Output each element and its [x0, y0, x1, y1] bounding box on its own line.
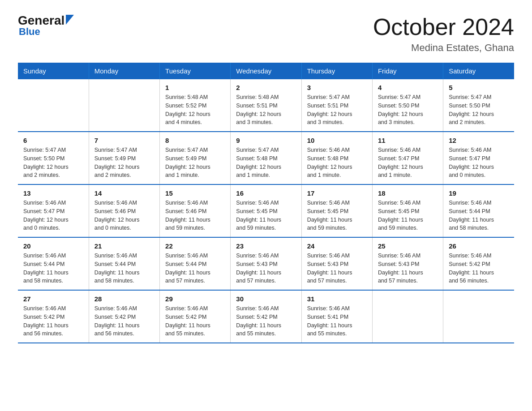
calendar-cell: 31Sunrise: 5:46 AMSunset: 5:41 PMDayligh… — [301, 290, 372, 343]
day-number: 1 — [165, 84, 225, 91]
calendar-header: Sunday Monday Tuesday Wednesday Thursday… — [18, 63, 514, 79]
title-section: October 2024 Medina Estates, Ghana — [373, 13, 514, 54]
calendar-cell: 8Sunrise: 5:47 AMSunset: 5:49 PMDaylight… — [160, 132, 231, 184]
calendar-cell: 13Sunrise: 5:46 AMSunset: 5:47 PMDayligh… — [18, 184, 89, 237]
day-number: 8 — [165, 137, 225, 144]
col-monday: Monday — [89, 63, 159, 79]
day-number: 31 — [307, 295, 367, 303]
calendar-cell: 25Sunrise: 5:46 AMSunset: 5:43 PMDayligh… — [372, 237, 443, 290]
calendar-cell: 5Sunrise: 5:47 AMSunset: 5:50 PMDaylight… — [443, 79, 514, 132]
day-number: 7 — [94, 137, 154, 144]
logo: General Blue — [18, 13, 74, 38]
calendar-cell: 9Sunrise: 5:47 AMSunset: 5:48 PMDaylight… — [231, 132, 301, 184]
day-info: Sunrise: 5:46 AMSunset: 5:43 PMDaylight:… — [378, 252, 438, 285]
day-number: 4 — [378, 84, 438, 91]
calendar-cell — [372, 290, 443, 343]
day-info: Sunrise: 5:47 AMSunset: 5:49 PMDaylight:… — [165, 146, 225, 180]
day-number: 13 — [23, 189, 83, 197]
calendar-cell: 14Sunrise: 5:46 AMSunset: 5:46 PMDayligh… — [89, 184, 159, 237]
day-info: Sunrise: 5:46 AMSunset: 5:46 PMDaylight:… — [94, 199, 154, 232]
day-number: 3 — [307, 84, 367, 91]
day-number: 11 — [378, 137, 438, 144]
calendar-week-3: 13Sunrise: 5:46 AMSunset: 5:47 PMDayligh… — [18, 184, 514, 237]
calendar-cell: 12Sunrise: 5:46 AMSunset: 5:47 PMDayligh… — [443, 132, 514, 184]
day-number: 16 — [236, 189, 296, 197]
day-info: Sunrise: 5:46 AMSunset: 5:45 PMDaylight:… — [378, 199, 438, 232]
calendar-cell: 30Sunrise: 5:46 AMSunset: 5:42 PMDayligh… — [231, 290, 301, 343]
day-number: 2 — [236, 84, 296, 91]
day-number: 14 — [94, 189, 154, 197]
header-row: Sunday Monday Tuesday Wednesday Thursday… — [18, 63, 514, 79]
day-info: Sunrise: 5:47 AMSunset: 5:50 PMDaylight:… — [449, 93, 509, 127]
calendar-cell: 4Sunrise: 5:47 AMSunset: 5:50 PMDaylight… — [372, 79, 443, 132]
day-info: Sunrise: 5:48 AMSunset: 5:52 PMDaylight:… — [165, 93, 225, 127]
col-thursday: Thursday — [301, 63, 372, 79]
calendar-cell: 10Sunrise: 5:46 AMSunset: 5:48 PMDayligh… — [301, 132, 372, 184]
page-subtitle: Medina Estates, Ghana — [373, 42, 514, 54]
day-number: 10 — [307, 137, 367, 144]
col-sunday: Sunday — [18, 63, 89, 79]
day-info: Sunrise: 5:47 AMSunset: 5:50 PMDaylight:… — [378, 93, 438, 127]
day-info: Sunrise: 5:46 AMSunset: 5:48 PMDaylight:… — [307, 146, 367, 180]
col-wednesday: Wednesday — [231, 63, 301, 79]
page-title: October 2024 — [373, 13, 514, 40]
day-info: Sunrise: 5:46 AMSunset: 5:45 PMDaylight:… — [307, 199, 367, 232]
calendar-cell: 3Sunrise: 5:47 AMSunset: 5:51 PMDaylight… — [301, 79, 372, 132]
day-number: 5 — [449, 84, 509, 91]
calendar-cell: 29Sunrise: 5:46 AMSunset: 5:42 PMDayligh… — [160, 290, 231, 343]
calendar-cell: 21Sunrise: 5:46 AMSunset: 5:44 PMDayligh… — [89, 237, 159, 290]
calendar-cell: 26Sunrise: 5:46 AMSunset: 5:42 PMDayligh… — [443, 237, 514, 290]
calendar-week-5: 27Sunrise: 5:46 AMSunset: 5:42 PMDayligh… — [18, 290, 514, 343]
calendar-body: 1Sunrise: 5:48 AMSunset: 5:52 PMDaylight… — [18, 79, 514, 343]
day-info: Sunrise: 5:46 AMSunset: 5:44 PMDaylight:… — [23, 252, 83, 285]
calendar-cell: 28Sunrise: 5:46 AMSunset: 5:42 PMDayligh… — [89, 290, 159, 343]
day-info: Sunrise: 5:46 AMSunset: 5:43 PMDaylight:… — [236, 252, 296, 285]
calendar-cell: 27Sunrise: 5:46 AMSunset: 5:42 PMDayligh… — [18, 290, 89, 343]
logo-arrow-icon — [66, 15, 74, 25]
calendar-week-4: 20Sunrise: 5:46 AMSunset: 5:44 PMDayligh… — [18, 237, 514, 290]
day-info: Sunrise: 5:46 AMSunset: 5:41 PMDaylight:… — [307, 304, 367, 338]
day-number: 15 — [165, 189, 225, 197]
calendar-cell: 2Sunrise: 5:48 AMSunset: 5:51 PMDaylight… — [231, 79, 301, 132]
day-number: 26 — [449, 242, 509, 250]
col-tuesday: Tuesday — [160, 63, 231, 79]
day-number: 9 — [236, 137, 296, 144]
day-info: Sunrise: 5:47 AMSunset: 5:49 PMDaylight:… — [94, 146, 154, 180]
calendar-cell: 19Sunrise: 5:46 AMSunset: 5:44 PMDayligh… — [443, 184, 514, 237]
calendar-cell: 7Sunrise: 5:47 AMSunset: 5:49 PMDaylight… — [89, 132, 159, 184]
day-info: Sunrise: 5:46 AMSunset: 5:43 PMDaylight:… — [307, 252, 367, 285]
day-number: 17 — [307, 189, 367, 197]
day-info: Sunrise: 5:46 AMSunset: 5:44 PMDaylight:… — [165, 252, 225, 285]
day-info: Sunrise: 5:46 AMSunset: 5:44 PMDaylight:… — [94, 252, 154, 285]
day-number: 22 — [165, 242, 225, 250]
day-info: Sunrise: 5:46 AMSunset: 5:42 PMDaylight:… — [23, 304, 83, 338]
calendar-cell: 24Sunrise: 5:46 AMSunset: 5:43 PMDayligh… — [301, 237, 372, 290]
day-info: Sunrise: 5:47 AMSunset: 5:48 PMDaylight:… — [236, 146, 296, 180]
svg-marker-0 — [66, 15, 74, 25]
calendar-cell: 16Sunrise: 5:46 AMSunset: 5:45 PMDayligh… — [231, 184, 301, 237]
day-info: Sunrise: 5:46 AMSunset: 5:42 PMDaylight:… — [449, 252, 509, 285]
calendar-cell — [18, 79, 89, 132]
day-number: 19 — [449, 189, 509, 197]
day-number: 29 — [165, 295, 225, 303]
day-number: 28 — [94, 295, 154, 303]
calendar-cell: 17Sunrise: 5:46 AMSunset: 5:45 PMDayligh… — [301, 184, 372, 237]
calendar-cell: 20Sunrise: 5:46 AMSunset: 5:44 PMDayligh… — [18, 237, 89, 290]
calendar-cell — [443, 290, 514, 343]
calendar-week-1: 1Sunrise: 5:48 AMSunset: 5:52 PMDaylight… — [18, 79, 514, 132]
day-number: 27 — [23, 295, 83, 303]
day-info: Sunrise: 5:48 AMSunset: 5:51 PMDaylight:… — [236, 93, 296, 127]
calendar-cell: 1Sunrise: 5:48 AMSunset: 5:52 PMDaylight… — [160, 79, 231, 132]
day-info: Sunrise: 5:46 AMSunset: 5:47 PMDaylight:… — [23, 199, 83, 232]
day-info: Sunrise: 5:46 AMSunset: 5:47 PMDaylight:… — [378, 146, 438, 180]
day-info: Sunrise: 5:46 AMSunset: 5:42 PMDaylight:… — [94, 304, 154, 338]
calendar-week-2: 6Sunrise: 5:47 AMSunset: 5:50 PMDaylight… — [18, 132, 514, 184]
day-info: Sunrise: 5:46 AMSunset: 5:44 PMDaylight:… — [449, 199, 509, 232]
day-number: 6 — [23, 137, 83, 144]
day-number: 23 — [236, 242, 296, 250]
day-info: Sunrise: 5:46 AMSunset: 5:47 PMDaylight:… — [449, 146, 509, 180]
day-info: Sunrise: 5:46 AMSunset: 5:45 PMDaylight:… — [236, 199, 296, 232]
day-info: Sunrise: 5:47 AMSunset: 5:50 PMDaylight:… — [23, 146, 83, 180]
day-number: 20 — [23, 242, 83, 250]
day-info: Sunrise: 5:46 AMSunset: 5:46 PMDaylight:… — [165, 199, 225, 232]
